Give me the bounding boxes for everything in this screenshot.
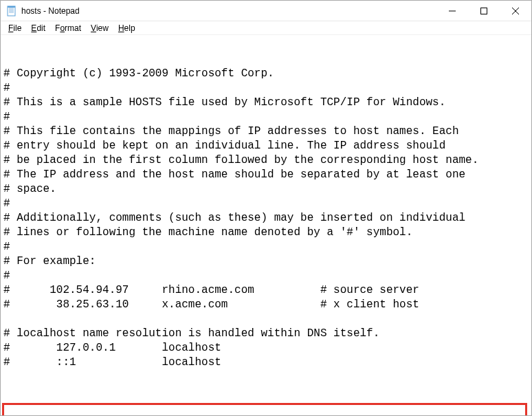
menu-file[interactable]: File [3, 22, 26, 34]
editor-line: # ::1 localhost [3, 355, 529, 370]
highlighted-entry: 10.100.100.10 mystorageaccount.blob.myda… [2, 403, 527, 415]
close-button[interactable] [500, 1, 531, 21]
notepad-icon [6, 6, 17, 17]
editor-line: # lines or following the machine name de… [3, 226, 529, 240]
editor-line: # This file contains the mappings of IP … [3, 124, 529, 139]
editor-line: # [3, 197, 529, 211]
editor-line: # localhost name resolution is handled w… [3, 327, 529, 341]
minimize-button[interactable] [436, 1, 468, 21]
editor-line [3, 312, 529, 327]
menu-help[interactable]: Help [113, 22, 140, 34]
editor-line: # 127.0.0.1 localhost [3, 341, 529, 355]
menu-format[interactable]: Format [50, 22, 86, 34]
editor-line: # The IP address and the host name shoul… [3, 168, 529, 182]
window-controls [436, 1, 531, 21]
svg-rect-5 [8, 6, 15, 8]
titlebar: hosts - Notepad [1, 1, 531, 21]
menu-edit[interactable]: Edit [26, 22, 50, 34]
editor-line: # Copyright (c) 1993-2009 Microsoft Corp… [3, 67, 529, 81]
menu-view[interactable]: View [86, 22, 113, 34]
editor-line: # [3, 81, 529, 96]
editor-line: # [3, 269, 529, 283]
menubar: File Edit Format View Help [1, 21, 531, 35]
svg-rect-7 [481, 8, 487, 14]
text-editor[interactable]: # Copyright (c) 1993-2009 Microsoft Corp… [1, 35, 531, 415]
editor-line: # Additionally, comments (such as these)… [3, 211, 529, 226]
editor-line: # 38.25.63.10 x.acme.com # x client host [3, 298, 529, 312]
editor-line: # [3, 240, 529, 254]
editor-line: # [3, 110, 529, 124]
editor-line: # be placed in the first column followed… [3, 153, 529, 168]
editor-line: # entry should be kept on an individual … [3, 139, 529, 153]
editor-line: # This is a sample HOSTS file used by Mi… [3, 96, 529, 110]
maximize-button[interactable] [468, 1, 500, 21]
editor-line: # For example: [3, 254, 529, 269]
editor-line: # space. [3, 182, 529, 197]
window-title: hosts - Notepad [21, 6, 436, 16]
editor-line: # 102.54.94.97 rhino.acme.com # source s… [3, 283, 529, 298]
